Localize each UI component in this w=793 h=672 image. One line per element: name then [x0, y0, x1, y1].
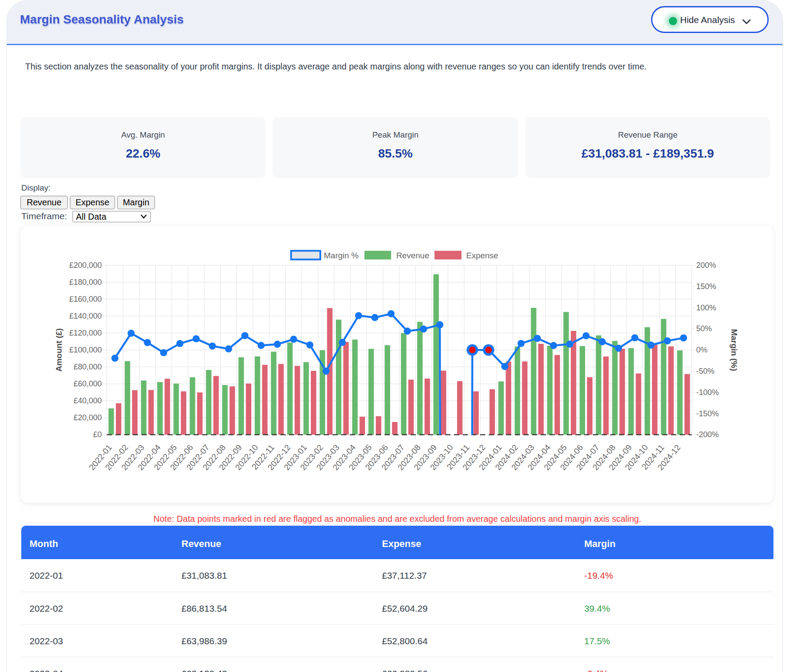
svg-text:£160,000: £160,000 [69, 295, 102, 303]
svg-text:50%: 50% [696, 324, 712, 333]
svg-text:£140,000: £140,000 [69, 312, 102, 320]
svg-text:£20,000: £20,000 [73, 413, 102, 422]
svg-text:Margin (%): Margin (%) [730, 329, 739, 371]
svg-text:Expense: Expense [466, 251, 498, 260]
svg-text:Revenue: Revenue [396, 251, 429, 260]
svg-text:100%: 100% [696, 303, 716, 312]
svg-text:150%: 150% [696, 282, 716, 291]
svg-text:£40,000: £40,000 [73, 396, 102, 405]
svg-text:-150%: -150% [696, 409, 719, 418]
svg-text:£180,000: £180,000 [69, 278, 102, 287]
svg-text:£60,000: £60,000 [73, 379, 102, 388]
svg-text:£0: £0 [93, 430, 102, 439]
svg-text:-100%: -100% [696, 388, 719, 397]
svg-text:200%: 200% [696, 261, 716, 270]
svg-text:-50%: -50% [696, 367, 714, 376]
svg-text:£80,000: £80,000 [73, 362, 102, 371]
svg-text:-200%: -200% [696, 430, 719, 439]
svg-text:0%: 0% [696, 346, 707, 354]
svg-text:£200,000: £200,000 [69, 261, 102, 270]
svg-text:Margin %: Margin % [324, 251, 359, 260]
svg-text:£120,000: £120,000 [69, 329, 102, 337]
svg-text:£100,000: £100,000 [69, 346, 102, 354]
svg-text:Amount (£): Amount (£) [54, 328, 63, 372]
